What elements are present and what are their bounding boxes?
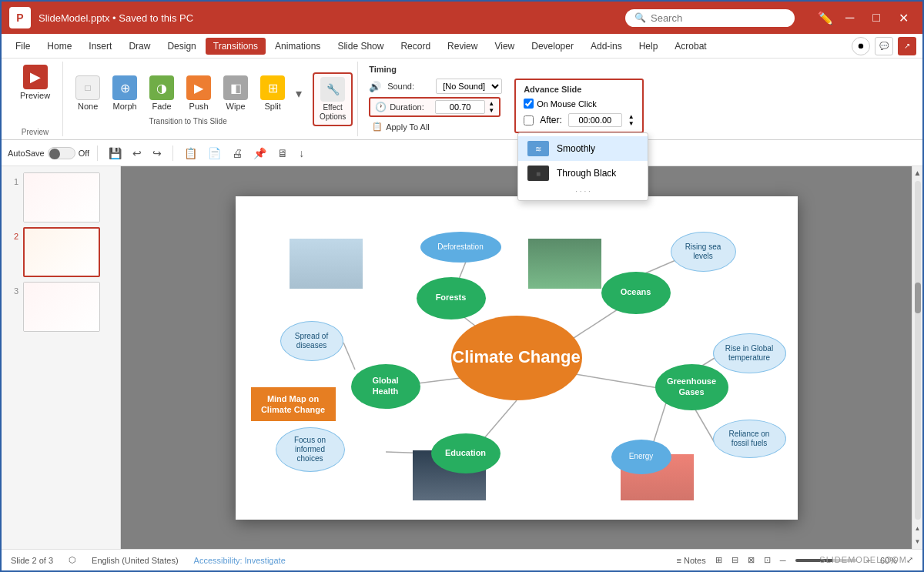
scroll-track[interactable]: [915, 181, 921, 520]
scroll-thumb[interactable]: [915, 283, 921, 313]
effect-options-button[interactable]: 🔧 EffectOptions: [313, 72, 353, 126]
sound-select[interactable]: [No Sound]: [436, 79, 502, 94]
node-deforestation-label: Deforestation: [437, 243, 483, 252]
after-checkbox[interactable]: [524, 115, 534, 125]
duration-spinner[interactable]: ▲▼: [488, 100, 494, 114]
more-transitions[interactable]: ▾: [293, 86, 305, 101]
search-box[interactable]: 🔍: [625, 9, 795, 27]
menu-transitions[interactable]: Transitions: [206, 38, 266, 55]
menu-acrobat[interactable]: Acrobat: [667, 38, 714, 55]
sound-label: Sound:: [387, 82, 430, 91]
print-icon[interactable]: 🖨: [229, 146, 246, 161]
new-slide-icon[interactable]: 📄: [205, 146, 224, 161]
accessibility[interactable]: Accessibility: Investigate: [194, 556, 286, 565]
menu-insert[interactable]: Insert: [81, 38, 119, 55]
transition-split[interactable]: ⊞ Split: [256, 72, 290, 114]
comment-icon[interactable]: 💬: [875, 37, 893, 55]
scroll-down-up[interactable]: ▲: [912, 523, 922, 534]
present-icon[interactable]: 📌: [250, 146, 270, 161]
record-icon[interactable]: ⏺: [852, 37, 870, 55]
fit-slide-icon[interactable]: ⤢: [906, 555, 913, 565]
ribbon: ▶ Preview Preview □ None ⊕ Morph: [2, 59, 922, 140]
slide-thumbnail-2[interactable]: [23, 227, 100, 277]
canvas-area: Climate Change Mind Map onClimate Change…: [121, 166, 912, 549]
undo-icon[interactable]: ↩: [129, 146, 145, 161]
menu-review[interactable]: Review: [440, 38, 485, 55]
scroll-up-button[interactable]: ▲: [912, 166, 922, 179]
expand-icon[interactable]: ↓: [296, 146, 307, 161]
clipboard-icon[interactable]: 📋: [181, 146, 200, 161]
menu-design[interactable]: Design: [159, 38, 203, 55]
menu-home[interactable]: Home: [39, 38, 79, 55]
mind-map-label: Mind Map onClimate Change: [251, 387, 336, 422]
watermark: SLIDEMODEL.COM: [819, 555, 907, 564]
node-spread: Spread ofdiseases: [280, 321, 343, 361]
node-spread-label: Spread ofdiseases: [295, 332, 328, 350]
presenter-icon[interactable]: ⊡: [764, 555, 771, 565]
advance-slide-panel: Advance Slide On Mouse Click After: ▲▼: [514, 79, 644, 133]
slide-thumbnail-1[interactable]: [23, 172, 100, 222]
fade-label: Fade: [152, 102, 172, 111]
screen-icon[interactable]: 🖥: [274, 146, 291, 161]
menu-slideshow[interactable]: Slide Show: [330, 38, 391, 55]
transition-morph[interactable]: ⊕ Morph: [108, 72, 142, 114]
autosave-switch[interactable]: [48, 147, 75, 159]
node-reliance-label: Reliance onfossil fuels: [729, 430, 770, 448]
effect-smoothly[interactable]: ≋ Smoothly: [518, 136, 648, 161]
minimize-button[interactable]: ─: [839, 9, 860, 26]
after-input[interactable]: [568, 113, 622, 127]
reading-view-icon[interactable]: ⊠: [748, 555, 755, 565]
preview-icon: ▶: [23, 65, 48, 89]
wipe-label: Wipe: [226, 102, 246, 111]
transition-push[interactable]: ▶ Push: [182, 72, 216, 114]
node-oceans-label: Oceans: [621, 287, 651, 297]
scroll-down-down[interactable]: ▼: [912, 536, 922, 547]
slide-sorter-icon[interactable]: ⊟: [732, 555, 738, 565]
zoom-out-icon[interactable]: ─: [780, 556, 786, 565]
redo-icon[interactable]: ↪: [149, 146, 165, 161]
notes-icon: ≡: [677, 556, 681, 565]
push-icon: ▶: [186, 75, 211, 100]
transition-none[interactable]: □ None: [71, 72, 105, 114]
menu-draw[interactable]: Draw: [121, 38, 158, 55]
menu-addins[interactable]: Add-ins: [583, 38, 630, 55]
transition-fade[interactable]: ◑ Fade: [145, 72, 179, 114]
menu-developer[interactable]: Developer: [524, 38, 581, 55]
after-spinner[interactable]: ▲▼: [628, 113, 634, 127]
node-greenhouse: GreenhouseGases: [655, 364, 728, 410]
normal-view-icon[interactable]: ⊞: [715, 555, 722, 565]
maximize-button[interactable]: □: [866, 9, 886, 26]
search-input[interactable]: [651, 12, 785, 24]
pen-icon: ✏️: [818, 11, 833, 25]
photo-1: [290, 239, 363, 289]
slide-thumb-2: 2: [6, 227, 116, 277]
apply-all-button[interactable]: 📋 Apply To All: [369, 120, 433, 133]
menu-view[interactable]: View: [487, 38, 522, 55]
menu-record[interactable]: Record: [393, 38, 438, 55]
menu-file[interactable]: File: [8, 38, 38, 55]
effect-options-label: EffectOptions: [320, 103, 346, 122]
transition-group-label: Transition to This Slide: [71, 117, 305, 125]
on-mouse-click-checkbox[interactable]: [524, 99, 534, 109]
timing-title: Timing: [369, 65, 909, 74]
slide-num-3: 3: [6, 286, 18, 296]
toolbar-sep-1: [97, 146, 98, 161]
duration-input[interactable]: [435, 100, 485, 114]
menu-help[interactable]: Help: [631, 38, 666, 55]
node-energy: Energy: [611, 440, 671, 474]
share-icon[interactable]: ↗: [898, 37, 916, 55]
transition-wipe[interactable]: ◧ Wipe: [219, 72, 253, 114]
notes-button[interactable]: ≡ Notes: [677, 556, 706, 565]
preview-button[interactable]: ▶ Preview: [15, 62, 55, 103]
slide-thumbnail-3[interactable]: [23, 282, 100, 332]
toggle-knob: [49, 149, 60, 159]
slide-canvas[interactable]: Climate Change Mind Map onClimate Change…: [236, 196, 798, 520]
timing-main: 🔊 Sound: [No Sound] 🕐 Duration:: [369, 79, 909, 133]
node-rising-label: Rising sealevels: [685, 243, 721, 261]
sound-row: 🔊 Sound: [No Sound]: [369, 79, 502, 94]
close-button[interactable]: ✕: [892, 9, 915, 27]
scrollbar-vertical[interactable]: ▲ ▲ ▼: [912, 166, 922, 549]
effect-through-black[interactable]: ■ Through Black: [518, 161, 648, 186]
save-icon[interactable]: 💾: [105, 146, 125, 161]
menu-animations[interactable]: Animations: [267, 38, 328, 55]
